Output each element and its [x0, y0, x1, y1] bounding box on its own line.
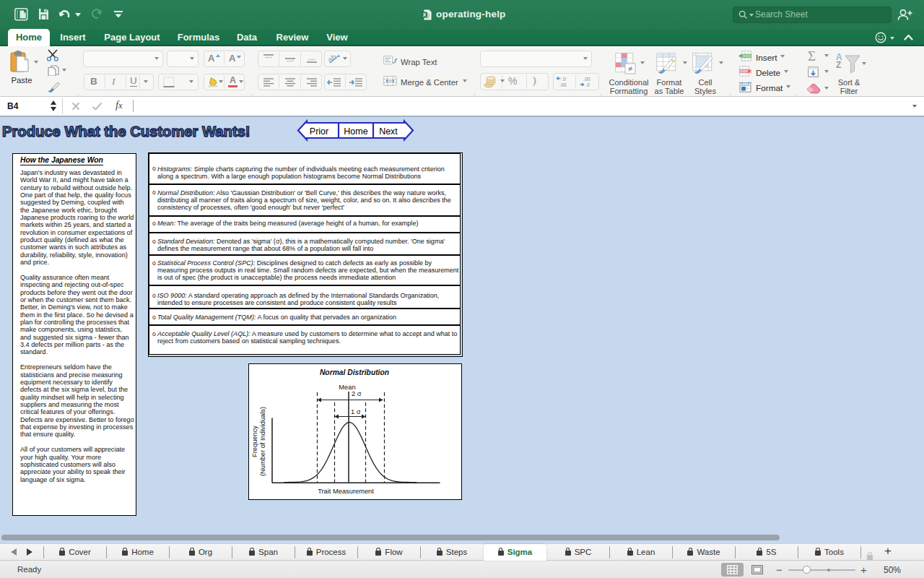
svg-text:Next: Next: [379, 126, 398, 137]
svg-text:Normal Distribution: Normal Distribution: [320, 368, 389, 376]
svg-text:2 σ: 2 σ: [352, 390, 362, 397]
svg-text:.0: .0: [585, 82, 590, 87]
svg-text:Prior: Prior: [310, 126, 328, 137]
svg-text:1 σ: 1 σ: [351, 408, 361, 415]
svg-text:X: X: [422, 12, 426, 18]
svg-text:≠: ≠: [628, 64, 632, 73]
svg-text:Frequency(Number of Individual: Frequency(Number of Individuals): [251, 407, 266, 476]
svg-text:.00: .00: [559, 82, 567, 87]
svg-text:ab: ab: [328, 53, 338, 64]
svg-text:.00: .00: [583, 77, 590, 82]
svg-text:Home: Home: [344, 126, 367, 137]
svg-text:Trait Measurement: Trait Measurement: [318, 488, 374, 495]
svg-text:.0: .0: [562, 77, 566, 82]
